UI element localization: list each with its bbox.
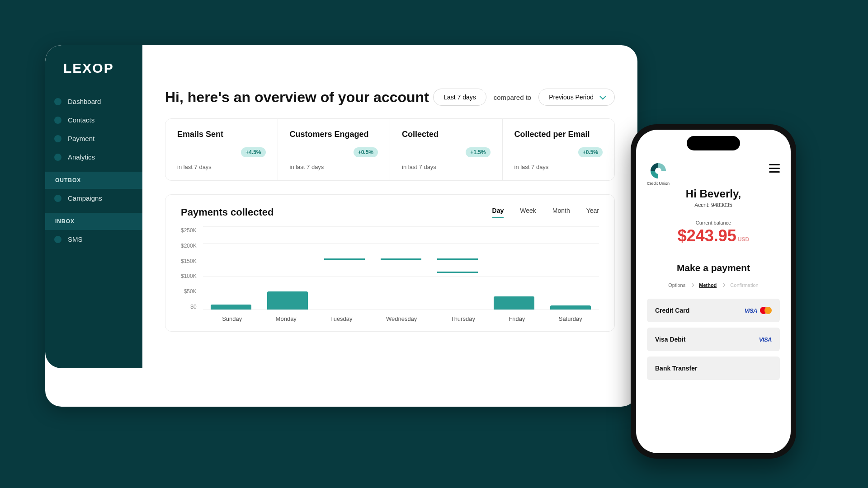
logo-mark-icon	[649, 161, 668, 180]
nav-dot-icon	[54, 117, 61, 124]
bar-column	[266, 226, 309, 310]
target-marker	[381, 258, 421, 260]
make-payment-title: Make a payment	[647, 263, 780, 273]
stat-card-customers-engaged: Customers Engaged +0.5% in last 7 days	[278, 119, 391, 180]
step-options[interactable]: Options	[668, 282, 685, 288]
phone-mockup: Credit Union Hi Beverly, Accnt: 9483035 …	[631, 124, 796, 459]
sidebar-item-sms[interactable]: SMS	[45, 230, 142, 249]
payment-method-label: Credit Card	[655, 307, 689, 314]
stat-badge: +0.5%	[354, 147, 378, 157]
y-tick: $0	[190, 304, 196, 310]
y-tick: $100K	[181, 273, 197, 279]
payment-method-visa-debit[interactable]: Visa Debit VISA	[647, 328, 780, 351]
card-brands: VISA	[759, 336, 772, 343]
payment-method-label: Visa Debit	[655, 336, 685, 343]
stat-badge: +0.5%	[578, 147, 603, 157]
target-marker	[437, 258, 478, 260]
filter-group: Last 7 days compared to Previous Period	[433, 89, 615, 106]
bar	[211, 305, 251, 310]
logo-label: Credit Union	[647, 181, 670, 186]
stat-title: Collected per Email	[514, 130, 603, 139]
chevron-right-icon	[722, 283, 725, 287]
payment-method-credit-card[interactable]: Credit Card VISA	[647, 299, 780, 322]
sidebar-item-contacts[interactable]: Contacts	[45, 111, 142, 129]
page-title: Hi, here's an overview of your account	[165, 89, 429, 106]
tab-week[interactable]: Week	[520, 207, 536, 218]
chart-header: Payments collected Day Week Month Year	[181, 206, 599, 218]
comparison-period-dropdown[interactable]: Previous Period	[538, 89, 615, 106]
x-label: Monday	[276, 315, 297, 322]
chevron-right-icon	[690, 283, 694, 287]
sidebar-item-payment[interactable]: Payment	[45, 129, 142, 148]
main-content: Hi, here's an overview of your account L…	[142, 45, 637, 407]
payment-method-list: Credit Card VISA Visa Debit VISA Bank Tr…	[647, 299, 780, 380]
x-axis: Sunday Monday Tuesday Wednesday Thursday…	[205, 310, 599, 322]
bar-column	[323, 226, 366, 310]
mastercard-icon	[760, 307, 772, 314]
phone-screen: Credit Union Hi Beverly, Accnt: 9483035 …	[636, 130, 791, 453]
bar	[494, 296, 534, 310]
stat-title: Customers Engaged	[290, 130, 378, 139]
secondary-marker	[437, 272, 478, 273]
nav-dot-icon	[54, 236, 61, 243]
bar-column	[436, 226, 479, 310]
stat-card-emails-sent: Emails Sent +4.5% in last 7 days	[165, 119, 278, 180]
stat-card-collected: Collected +1.5% in last 7 days	[390, 119, 503, 180]
step-method[interactable]: Method	[699, 282, 717, 288]
tab-year[interactable]: Year	[586, 207, 599, 218]
stat-badge: +1.5%	[466, 147, 490, 157]
sidebar-item-label: Contacts	[68, 116, 94, 124]
sidebar-section-outbox: OUTBOX	[45, 172, 142, 189]
sidebar: LEXOP Dashboard Contacts Payment Analyti…	[45, 45, 142, 368]
visa-icon: VISA	[745, 307, 757, 314]
date-range-label: Last 7 days	[443, 94, 476, 101]
credit-union-logo: Credit Union	[647, 161, 670, 186]
chart-tabs: Day Week Month Year	[492, 207, 599, 218]
balance-label: Current balance	[647, 220, 780, 225]
card-brands: VISA	[745, 307, 772, 314]
balance-block: Current balance $243.95USD	[647, 220, 780, 245]
date-range-button[interactable]: Last 7 days	[433, 89, 486, 106]
balance-amount: $243.95USD	[647, 226, 780, 245]
stat-sub: in last 7 days	[402, 164, 491, 170]
target-marker	[324, 258, 365, 260]
x-label: Wednesday	[386, 315, 417, 322]
phone-topbar: Credit Union	[647, 161, 780, 186]
x-label: Sunday	[222, 315, 242, 322]
chevron-down-icon	[599, 94, 606, 100]
stat-badge: +4.5%	[241, 147, 265, 157]
sidebar-item-label: SMS	[68, 235, 83, 243]
header-row: Hi, here's an overview of your account L…	[165, 89, 615, 106]
stat-sub: in last 7 days	[514, 164, 603, 170]
payment-steps: Options Method Confirmation	[647, 282, 780, 288]
chart-title: Payments collected	[181, 206, 274, 218]
bar-column	[549, 226, 592, 310]
bar-column	[379, 226, 422, 310]
chart-body: $250K $200K $150K $100K $50K $0	[181, 226, 599, 310]
x-label: Friday	[509, 315, 525, 322]
bar	[267, 291, 308, 310]
stat-title: Collected	[402, 130, 491, 139]
sidebar-item-analytics[interactable]: Analytics	[45, 148, 142, 166]
tab-day[interactable]: Day	[492, 207, 504, 218]
nav-dot-icon	[54, 195, 61, 202]
nav-dot-icon	[54, 98, 61, 105]
payment-method-bank-transfer[interactable]: Bank Transfer	[647, 357, 780, 380]
logo: LEXOP	[45, 61, 142, 92]
tab-month[interactable]: Month	[552, 207, 570, 218]
sidebar-item-campaigns[interactable]: Campaigns	[45, 189, 142, 207]
nav-dot-icon	[54, 135, 61, 142]
x-label: Saturday	[559, 315, 582, 322]
sidebar-section-inbox: INBOX	[45, 213, 142, 230]
y-axis: $250K $200K $150K $100K $50K $0	[181, 226, 203, 310]
chart-card: Payments collected Day Week Month Year $…	[165, 194, 615, 332]
stat-title: Emails Sent	[177, 130, 266, 139]
period-label: Previous Period	[549, 94, 594, 101]
stat-sub: in last 7 days	[290, 164, 378, 170]
sidebar-item-dashboard[interactable]: Dashboard	[45, 92, 142, 111]
x-label: Tuesday	[330, 315, 352, 322]
chart-plot	[203, 226, 599, 310]
greeting-text: Hi Beverly,	[647, 188, 780, 200]
y-tick: $200K	[181, 243, 197, 249]
menu-icon[interactable]	[769, 161, 780, 173]
